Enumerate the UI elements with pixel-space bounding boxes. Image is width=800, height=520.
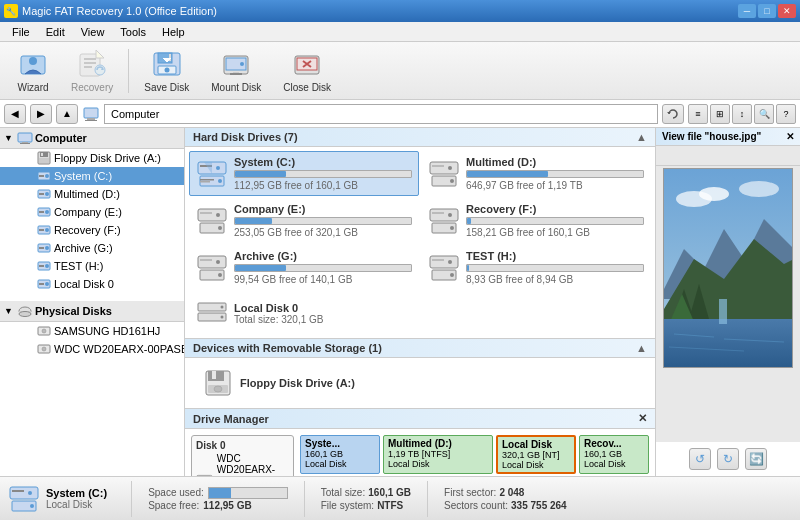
svg-rect-75	[198, 256, 226, 268]
rotate-left-button[interactable]: ↺	[689, 448, 711, 470]
view-details-button[interactable]: ≡	[688, 104, 708, 124]
drive-test-h[interactable]: TEST (H:) 8,93 GB free of 8,94 GB	[421, 245, 651, 290]
menu-view[interactable]: View	[73, 24, 113, 40]
tree-wdc[interactable]: WDC WD20EARX-00PASB0	[0, 340, 184, 358]
svg-point-82	[448, 260, 452, 264]
hdd-title: Hard Disk Drives (7)	[193, 131, 298, 143]
drive-name-g: Archive (G:)	[234, 250, 412, 262]
drive-size-e: 253,05 GB free of 320,1 GB	[234, 227, 412, 238]
drive-local-disk0[interactable]: Local Disk 0 Total size: 320,1 GB	[189, 292, 419, 334]
computer-tree-icon	[17, 130, 33, 146]
drive-system-c[interactable]: System (C:) 112,95 GB free of 160,1 GB	[189, 151, 419, 196]
main-content: ▼ Computer Floppy Disk Drive (A:) System…	[0, 128, 800, 476]
menu-file[interactable]: File	[4, 24, 38, 40]
drive-archive-g[interactable]: Archive (G:) 99,54 GB free of 140,1 GB	[189, 245, 419, 290]
svg-rect-83	[432, 259, 444, 261]
close-disk-button[interactable]: Close Disk	[274, 43, 340, 98]
tree-floppy[interactable]: Floppy Disk Drive (A:)	[0, 149, 184, 167]
drive-multimed-d[interactable]: Multimed (D:) 646,97 GB free of 1,19 TB	[421, 151, 651, 196]
maximize-button[interactable]: □	[758, 4, 776, 18]
hard-disk-drives-section: Hard Disk Drives (7) ▲	[185, 128, 655, 339]
drive-recovery-f[interactable]: Recovery (F:) 158,21 GB free of 160,1 GB	[421, 198, 651, 243]
drive-size-0: Total size: 320,1 GB	[234, 314, 412, 325]
dm-partition-multimed[interactable]: Multimed (D:) 1,19 TB [NTFS] Local Disk	[383, 435, 493, 474]
recovery-button[interactable]: Recovery	[62, 43, 122, 98]
total-size-label: Total size:	[321, 487, 365, 498]
svg-rect-27	[39, 175, 44, 177]
status-sector: First sector: 2 048 Sectors count: 335 7…	[444, 486, 567, 511]
menu-edit[interactable]: Edit	[38, 24, 73, 40]
rotate-right-button[interactable]: ↻	[717, 448, 739, 470]
help-addr-button[interactable]: ?	[776, 104, 796, 124]
svg-rect-58	[200, 179, 214, 181]
svg-point-74	[450, 226, 454, 230]
tree-test-h[interactable]: TEST (H:)	[0, 257, 184, 275]
archive-g-label: Archive (G:)	[54, 242, 113, 254]
window-title: Magic FAT Recovery 1.0 (Office Edition)	[22, 5, 217, 17]
drive-company-e[interactable]: Company (E:) 253,05 GB free of 320,1 GB	[189, 198, 419, 243]
tree-system-c[interactable]: System (C:)	[0, 167, 184, 185]
drive-info-d: Multimed (D:) 646,97 GB free of 1,19 TB	[466, 156, 644, 191]
dm-partition-recov[interactable]: Recov... 160,1 GB Local Disk	[579, 435, 649, 474]
preview-close-btn[interactable]: ✕	[786, 131, 794, 142]
forward-button[interactable]: ▶	[30, 104, 52, 124]
svg-rect-68	[200, 212, 212, 214]
preview-panel: View file "house.jpg" ✕	[655, 128, 800, 476]
svg-rect-24	[39, 158, 49, 163]
refresh-button[interactable]	[662, 104, 684, 124]
menu-tools[interactable]: Tools	[112, 24, 154, 40]
dm-close-btn[interactable]: ✕	[638, 412, 647, 425]
svg-rect-36	[39, 229, 44, 231]
close-button[interactable]: ✕	[778, 4, 796, 18]
menu-help[interactable]: Help	[154, 24, 193, 40]
first-sector-value: 2 048	[499, 487, 524, 498]
dm-partition-local[interactable]: Local Disk 320,1 GB [NT] Local Disk	[496, 435, 576, 474]
center-panel: Hard Disk Drives (7) ▲	[185, 128, 655, 476]
svg-point-88	[221, 316, 224, 319]
tree-multimed-d[interactable]: Multimed (D:)	[0, 185, 184, 203]
tree-company-e[interactable]: Company (E:)	[0, 203, 184, 221]
svg-rect-42	[39, 265, 44, 267]
recovery-icon	[76, 48, 108, 80]
preview-placeholder-top	[656, 146, 800, 166]
status-drive-type: Local Disk	[46, 499, 107, 510]
tree-recovery-f[interactable]: Recovery (F:)	[0, 221, 184, 239]
wizard-label: Wizard	[17, 82, 48, 93]
hdd-collapse-btn[interactable]: ▲	[636, 131, 647, 143]
svg-point-41	[45, 264, 49, 268]
mount-disk-button[interactable]: Mount Disk	[202, 43, 270, 98]
tree-archive-g[interactable]: Archive (G:)	[0, 239, 184, 257]
sort-button[interactable]: ↕	[732, 104, 752, 124]
minimize-button[interactable]: ─	[738, 4, 756, 18]
test-h-label: TEST (H:)	[54, 260, 103, 272]
svg-rect-15	[84, 108, 98, 118]
dm-partition-system[interactable]: Syste... 160,1 GB Local Disk	[300, 435, 380, 474]
back-button[interactable]: ◀	[4, 104, 26, 124]
view-list-button[interactable]: ⊞	[710, 104, 730, 124]
physical-disks-label: Physical Disks	[35, 305, 112, 317]
up-button[interactable]: ▲	[56, 104, 78, 124]
company-e-label: Company (E:)	[54, 206, 122, 218]
save-disk-button[interactable]: Save Disk	[135, 43, 198, 98]
tree-local-disk0[interactable]: Local Disk 0	[0, 275, 184, 293]
refresh-preview-button[interactable]: 🔄	[745, 448, 767, 470]
svg-point-93	[214, 386, 222, 392]
floppy-drive-item[interactable]: Floppy Disk Drive (A:)	[193, 362, 364, 404]
address-input[interactable]	[104, 104, 658, 124]
drive-bar-h	[467, 265, 469, 271]
preview-actions: ↺ ↻ 🔄	[656, 442, 800, 476]
samsung-label: SAMSUNG HD161HJ	[54, 325, 160, 337]
dm-disk0-icon	[196, 469, 213, 477]
svg-rect-60	[430, 162, 458, 174]
svg-rect-63	[432, 165, 444, 167]
drive-size-d: 646,97 GB free of 1,19 TB	[466, 180, 644, 191]
drive-name-h: TEST (H:)	[466, 250, 644, 262]
dm-part-recov-size: 160,1 GB	[584, 449, 644, 459]
wizard-button[interactable]: Wizard	[8, 43, 58, 98]
svg-rect-39	[39, 247, 44, 249]
search-button[interactable]: 🔍	[754, 104, 774, 124]
preview-area	[656, 166, 800, 442]
tree-samsung[interactable]: SAMSUNG HD161HJ	[0, 322, 184, 340]
computer-section: ▼ Computer	[0, 128, 184, 149]
removable-collapse-btn[interactable]: ▲	[636, 342, 647, 354]
